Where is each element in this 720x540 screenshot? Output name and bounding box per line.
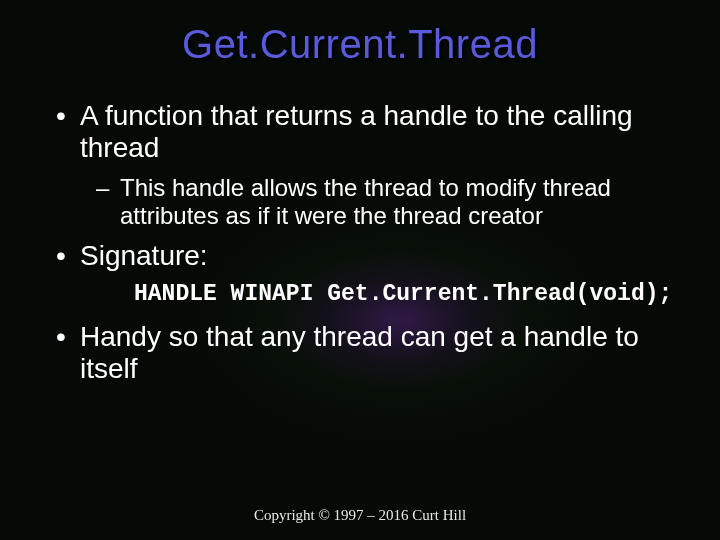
code-text: HANDLE WINAPI Get.Current.Thread(void); xyxy=(134,281,672,307)
bullet-level1: A function that returns a handle to the … xyxy=(54,100,680,164)
bullet-level1: Signature: xyxy=(54,240,680,272)
copyright-footer: Copyright © 1997 – 2016 Curt Hill xyxy=(0,507,720,524)
bullet-text: This handle allows the thread to modify … xyxy=(120,174,611,229)
bullet-level1: Handy so that any thread can get a handl… xyxy=(54,321,680,385)
code-signature: HANDLE WINAPI Get.Current.Thread(void); xyxy=(54,282,680,307)
bullet-text: A function that returns a handle to the … xyxy=(80,100,633,163)
bullet-text: Handy so that any thread can get a handl… xyxy=(80,321,639,384)
slide-body: A function that returns a handle to the … xyxy=(54,100,680,395)
slide: Get.Current.Thread A function that retur… xyxy=(0,0,720,540)
slide-title: Get.Current.Thread xyxy=(0,22,720,67)
bullet-text: Signature: xyxy=(80,240,208,271)
bullet-level2: This handle allows the thread to modify … xyxy=(54,174,680,229)
